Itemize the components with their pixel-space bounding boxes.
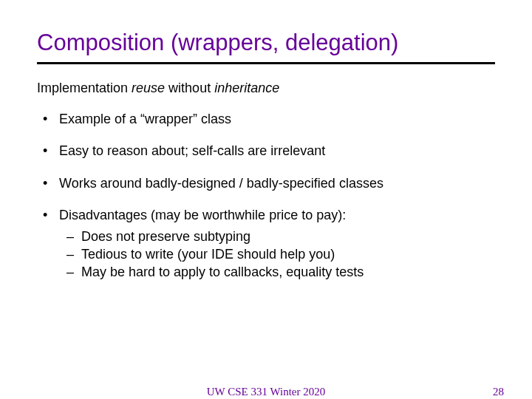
- bullet-item: Works around badly-designed / badly-spec…: [37, 175, 495, 192]
- sub-item: May be hard to apply to callbacks, equal…: [59, 263, 495, 281]
- title-rule: [37, 62, 495, 64]
- bullet-item: Easy to reason about; self-calls are irr…: [37, 143, 495, 160]
- bullet-text: Example of a “wrapper” class: [59, 112, 231, 126]
- bullet-text: Works around badly-designed / badly-spec…: [59, 176, 383, 191]
- lead-pre: Implementation: [37, 81, 132, 95]
- page-number: 28: [493, 386, 504, 398]
- slide: Composition (wrappers, delegation) Imple…: [0, 0, 532, 399]
- bullet-text: Disadvantages (may be worthwhile price t…: [59, 208, 346, 222]
- slide-title: Composition (wrappers, delegation): [37, 30, 495, 56]
- lead-em1: reuse: [132, 81, 165, 95]
- sub-text: Tedious to write (your IDE should help y…: [81, 247, 335, 262]
- bullet-item: Example of a “wrapper” class: [37, 111, 495, 128]
- sub-item: Does not preserve subtyping: [59, 228, 495, 245]
- footer-center: UW CSE 331 Winter 2020: [0, 386, 532, 398]
- lead-mid: without: [165, 81, 214, 95]
- bullet-item: Disadvantages (may be worthwhile price t…: [37, 207, 495, 281]
- sub-list: Does not preserve subtyping Tedious to w…: [59, 228, 495, 282]
- bullet-list: Example of a “wrapper” class Easy to rea…: [37, 111, 495, 281]
- bullet-text: Easy to reason about; self-calls are irr…: [59, 143, 325, 158]
- sub-item: Tedious to write (your IDE should help y…: [59, 245, 495, 263]
- sub-text: Does not preserve subtyping: [81, 229, 250, 244]
- lead-em2: inheritance: [214, 81, 279, 95]
- lead-line: Implementation reuse without inheritance: [37, 81, 495, 96]
- sub-text: May be hard to apply to callbacks, equal…: [81, 265, 364, 279]
